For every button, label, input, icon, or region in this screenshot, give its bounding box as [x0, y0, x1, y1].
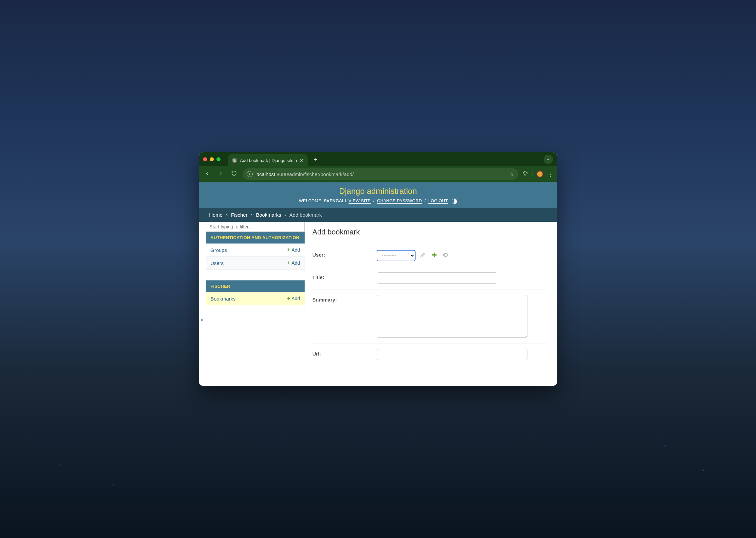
- url-input[interactable]: [377, 349, 527, 360]
- field-user: User: ---------: [312, 245, 547, 267]
- maximize-window-button[interactable]: [216, 157, 220, 161]
- browser-toolbar: i localhost:8000/admin/fischer/bookmark/…: [199, 166, 557, 182]
- reload-button[interactable]: [229, 170, 239, 178]
- tab-title: Add bookmark | Django site a: [240, 158, 297, 163]
- branding-title: Django administration: [212, 186, 544, 196]
- plus-icon: +: [287, 295, 290, 302]
- summary-textarea[interactable]: [377, 295, 527, 338]
- field-title: Title:: [312, 267, 547, 289]
- globe-icon: [232, 158, 237, 163]
- main-content: Add bookmark User: ---------: [305, 222, 557, 386]
- collapse-sidebar-button[interactable]: «: [200, 316, 204, 323]
- extensions-icon[interactable]: [522, 170, 528, 178]
- nav-sidebar: AUTHENTICATION AND AUTHORIZATION Groups …: [199, 222, 305, 386]
- add-related-icon[interactable]: [431, 252, 438, 260]
- site-info-icon[interactable]: i: [247, 171, 253, 177]
- url-label: Url:: [312, 349, 371, 357]
- username: SVENGALI: [324, 199, 346, 203]
- url-text: localhost:8000/admin/fischer/bookmark/ad…: [255, 171, 354, 177]
- toolbar-separator: [532, 171, 532, 177]
- browser-window: Add bookmark | Django site a ✕ ＋ i local…: [199, 152, 557, 386]
- sidebar-item-bookmarks: Bookmarks +Add: [206, 292, 305, 305]
- menu-button[interactable]: ⋮: [547, 170, 554, 178]
- add-bookmark-link[interactable]: +Add: [287, 295, 300, 302]
- breadcrumb-current: Add bookmark: [289, 212, 322, 218]
- admin-body: « AUTHENTICATION AND AUTHORIZATION Group…: [199, 222, 557, 386]
- user-select[interactable]: ---------: [377, 250, 416, 261]
- window-controls: [203, 157, 220, 161]
- page-title: Add bookmark: [312, 228, 547, 236]
- add-group-link[interactable]: +Add: [287, 247, 300, 253]
- sidebar-item-groups: Groups +Add: [206, 244, 305, 257]
- breadcrumb-model[interactable]: Bookmarks: [256, 212, 281, 218]
- log-out-link[interactable]: LOG OUT: [428, 199, 448, 203]
- breadcrumb-app[interactable]: Fischer: [231, 212, 247, 218]
- user-tools: WELCOME, SVENGALI. VIEW SITE / CHANGE PA…: [212, 199, 544, 204]
- module-caption-auth: AUTHENTICATION AND AUTHORIZATION: [206, 232, 305, 244]
- user-label: User:: [312, 250, 371, 258]
- module-caption-fischer: FISCHER: [206, 280, 305, 292]
- add-user-link[interactable]: +Add: [287, 260, 300, 266]
- related-widget-tools: [420, 252, 449, 260]
- browser-tab[interactable]: Add bookmark | Django site a ✕: [228, 154, 308, 166]
- page-content: Django administration WELCOME, SVENGALI.…: [199, 182, 557, 386]
- groups-link[interactable]: Groups: [210, 247, 227, 253]
- breadcrumb-home[interactable]: Home: [209, 212, 223, 218]
- plus-icon: +: [287, 247, 290, 253]
- nav-filter-input[interactable]: [206, 222, 305, 232]
- close-window-button[interactable]: [203, 157, 207, 161]
- welcome-text: WELCOME,: [299, 199, 322, 203]
- title-label: Title:: [312, 272, 371, 280]
- field-summary: Summary:: [312, 289, 547, 343]
- sidebar-item-users: Users +Add: [206, 257, 305, 270]
- theme-toggle-icon[interactable]: [452, 199, 457, 204]
- close-tab-icon[interactable]: ✕: [300, 158, 304, 163]
- plus-icon: +: [287, 260, 290, 266]
- minimize-window-button[interactable]: [210, 157, 214, 161]
- admin-header: Django administration WELCOME, SVENGALI.…: [199, 182, 557, 208]
- bookmark-star-icon[interactable]: ☆: [509, 171, 514, 177]
- address-bar[interactable]: i localhost:8000/admin/fischer/bookmark/…: [243, 168, 518, 180]
- breadcrumb: Home › Fischer › Bookmarks › Add bookmar…: [199, 208, 557, 222]
- forward-button[interactable]: [216, 170, 225, 178]
- title-input[interactable]: [377, 272, 497, 284]
- tab-strip: Add bookmark | Django site a ✕ ＋: [199, 152, 557, 166]
- edit-related-icon[interactable]: [420, 252, 426, 260]
- summary-label: Summary:: [312, 295, 371, 303]
- users-link[interactable]: Users: [210, 260, 224, 266]
- bookmarks-link[interactable]: Bookmarks: [210, 296, 236, 302]
- field-url: Url:: [312, 343, 547, 366]
- change-password-link[interactable]: CHANGE PASSWORD: [377, 199, 422, 203]
- tabs-dropdown-button[interactable]: [544, 155, 553, 164]
- profile-avatar[interactable]: [537, 171, 543, 177]
- view-site-link[interactable]: VIEW SITE: [349, 199, 371, 203]
- back-button[interactable]: [202, 170, 212, 178]
- view-related-icon[interactable]: [442, 252, 449, 260]
- new-tab-button[interactable]: ＋: [313, 156, 318, 163]
